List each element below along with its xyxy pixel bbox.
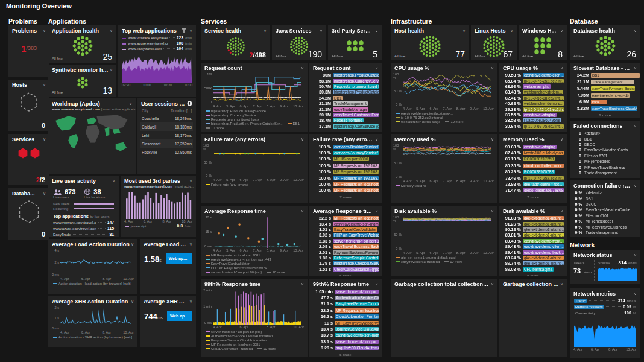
list-item[interactable]: 100 %MF Requests on 192.168.81.148:21 [312,162,379,168]
chevron-down-icon[interactable]: ∨ [111,178,115,184]
tile-problems[interactable]: Problems∨ 1/383 [8,25,49,77]
funnel-icon[interactable] [182,28,186,33]
list-item[interactable]: 62.41 %ip-10-0-56-88.ec2.int... [502,95,564,101]
list-item[interactable]: www.azure.easytravel.com115 [48,225,119,231]
list-item[interactable]: 7.05Measytraveldemo-sql-db [570,92,640,98]
more-link[interactable]: 5 more [499,273,567,276]
chevron-down-icon[interactable]: ∨ [461,28,466,34]
list-item[interactable]: 100 %/services/JourneyService/ on po... [312,150,379,156]
list-item[interactable]: 22.2 sMF Requests on localhost:9081 [312,215,379,221]
table-row[interactable]: Lehi18,176ms [140,131,193,139]
list-item[interactable]: 89.43 %easytraveldemo-front... [502,238,564,244]
chevron-down-icon[interactable]: ∨ [633,183,637,189]
tile-3rd-party-services[interactable]: 3rd Party Services∨ All fine 5 [328,25,382,60]
list-item[interactable]: Retransmissions0.09% [570,303,640,310]
tile-live-user-activity[interactable]: Live user activity∨ 673 Live users 38 Li… [48,176,119,237]
list-item[interactable]: 89.41 %easytraveldemo-back... [502,249,564,255]
tile-avg-xhr-action-single[interactable]: Average XHR Ac...∨ 744ms Web applicati..… [140,296,196,347]
list-item[interactable]: 0<default> [573,130,637,136]
tile-windows-hosts[interactable]: Windows H...∨ All fine 8 [519,25,567,60]
list-item[interactable]: EasyTrade81 [48,231,119,237]
tile-database-health[interactable]: Database health∨ All fine 26 [570,25,640,60]
list-item[interactable]: 0 %MF (embedded) [573,218,637,224]
list-item[interactable]: 0 %Files on 6701 [573,213,637,218]
list-item[interactable]: 100 %MF Requests on localhost:9086 [312,188,379,194]
table-row[interactable]: Caldwell18,189ms [140,122,193,131]
list-item[interactable]: 100 %MF Requests on localhost:9081 [312,181,379,187]
list-item[interactable]: 13.4 sJourneyService CloudAutom... [312,326,379,332]
list-item[interactable]: 30.64 %ip-10-0-69-75.ec2.int... [502,124,564,129]
tile-avg-load-action-chart[interactable]: Average Load Action Duration∨ 4 s2 s0 ms… [48,239,137,294]
list-item[interactable]: 100 %MF Requests on 192.168.81.148:70 [312,175,379,181]
chevron-down-icon[interactable]: ∨ [109,67,113,73]
list-item[interactable]: www.azure.easytravel.com 108 /min [121,40,193,46]
tile-memory-used-list[interactable]: Memory used %∨ 90.68 %easytravel-staging… [499,134,567,203]
list-item[interactable]: www.easytravel.com 104 /min [121,46,193,51]
list-item[interactable]: 0MF easyTravelBusiness [573,164,637,170]
tile-avg-response-chart[interactable]: Average Response time∨ 30 s15 s0 ms 4. A… [201,206,308,276]
list-item[interactable]: 80.29 %RO0002897078S [502,169,564,175]
list-item[interactable]: 24.2MDB1 [570,72,640,78]
tile-application-health[interactable]: Application health∨ All fine 25 [48,25,116,63]
chevron-down-icon[interactable]: ∨ [374,65,378,71]
list-item[interactable]: 91.26 %gke-ext-demo1-ubunt... [502,221,564,226]
tile-avg-response-list[interactable]: Average Response time∨ 22.2 sMF Requests… [309,206,382,276]
chevron-down-icon[interactable]: ∨ [633,291,637,297]
list-item[interactable]: 21.1MTradeManagement [312,101,379,106]
list-item[interactable]: 1.83 sReferenceSample.Controller.Azure [312,255,379,261]
tile-avg-load-action-single[interactable]: Average Load Ac...∨ 1.58s Web applicati.… [140,239,196,294]
tile-request-count-chart[interactable]: Request count∨ 1M500k0 4. Apr5. Apr6. Ap… [201,63,308,132]
list-item[interactable]: 88.24 %gke-ext-demo1-ubunt... [502,255,564,261]
tile-cpu-usage-chart[interactable]: CPU usage %∨ 100 %50 %0 % 4. Apr5. Apr6.… [391,63,497,132]
list-item[interactable]: 33.58 %i-0ac50be08604959e [502,118,564,123]
tile-worldmap-apdex[interactable]: Worldmap (Apdex)∨ www.vmware.easytravel.… [48,98,136,174]
chevron-down-icon[interactable]: ∨ [318,28,323,34]
tile-most-used-3rd-parties[interactable]: Most used 3rd parties∨ www.vmware.easytr… [121,176,196,237]
chevron-down-icon[interactable]: ∨ [130,299,134,305]
chevron-down-icon[interactable]: ∨ [490,281,494,287]
table-row[interactable]: Siasconset17,252ms [140,139,193,148]
list-item[interactable]: 36.55 %easytravel-staging [502,112,564,118]
tile-cpu-usage-list[interactable]: CPU usage %∨ 90.58 %easytraveldemo-clien… [499,63,567,132]
list-item[interactable]: 65.64 %ip-10-0-76-252.ec2.int... [502,78,564,83]
list-item[interactable]: 86.10 %RO0002871725B [502,156,564,162]
list-item[interactable]: 1.79 shipstershop.CheckoutService [312,261,379,266]
list-item[interactable]: 30.3Mhipstershop.ProductCatalogSe... [312,89,379,95]
list-item[interactable]: 6.9Mlocal [570,98,640,105]
list-item[interactable]: 0DBCC [573,142,637,147]
chevron-down-icon[interactable]: ∨ [633,28,637,34]
list-item[interactable]: 22.2 sMF Requests on localhost:9081 [312,307,379,313]
list-item[interactable]: 17.1Mhipstershop.CartService (grpc... [312,124,379,129]
tile-database-problems[interactable]: Databa...∨ 0 [8,188,49,240]
list-item[interactable]: 20.1MeasyTravel Customer Frontend [312,112,379,118]
list-item[interactable]: 86.74 %gke-ext-demo1-ubunt... [502,261,564,266]
tile-failed-connections[interactable]: Failed connections∨ 0<default>0DB10DBCC0… [570,121,640,178]
tile-p99-response-chart[interactable]: 99th% Response time∨ 2 min1 min0 ms 4. A… [201,279,308,357]
chevron-down-icon[interactable]: ∨ [559,281,563,287]
chevron-down-icon[interactable]: ∨ [633,252,637,258]
tile-services-problems[interactable]: Services∨ 2/2 [8,134,49,185]
list-item[interactable]: 80.35 %cloud_controller_work... [502,162,564,168]
list-item[interactable]: www.vmware.easytravel.com147 [48,219,119,225]
chevron-down-icon[interactable]: ∨ [509,28,513,34]
chevron-down-icon[interactable]: ∨ [374,208,378,214]
list-item[interactable]: 100 %MF Requests on 192.168.81.148:21 [312,169,379,175]
list-item[interactable]: 2.83 sserver frontend-* on port 80 gr... [312,238,379,244]
more-link[interactable]: 7 more [499,195,567,199]
tile-failure-rate-list[interactable]: Failure rate (any errors)∨ 100 %/service… [309,134,382,203]
chevron-down-icon[interactable]: ∨ [490,65,494,71]
info-icon[interactable] [187,101,192,106]
list-item[interactable]: 0 %EasyTravelWeatherCache [573,207,637,212]
list-item[interactable]: 9.29 sangular*:80 CloudAutomation [312,345,379,351]
list-item[interactable]: 0Files on 6701 [573,153,637,159]
tile-java-services[interactable]: Java Services∨ All fine 190 [272,25,326,60]
list-item[interactable]: 91.68 %gke-ext-demo1-ubunt... [502,215,564,221]
tile-top-web-applications[interactable]: Top web applications ∨ www.vmware.easytr… [118,25,196,97]
tile-gc-total-collection-time[interactable]: Garbage collection total collection time… [391,279,497,357]
list-item[interactable]: 47.7 sAuthenticationService Cloud... [312,294,379,300]
chevron-down-icon[interactable]: ∨ [188,241,192,247]
tile-request-count-list[interactable]: Request count∨ 80Mhipstershop.ProductCat… [309,63,382,132]
list-item[interactable]: 13.7 seasytraveldemo-sgh-mgmt o... [312,332,379,338]
chevron-down-icon[interactable]: ∨ [490,136,494,142]
chevron-down-icon[interactable]: ∨ [559,136,563,142]
